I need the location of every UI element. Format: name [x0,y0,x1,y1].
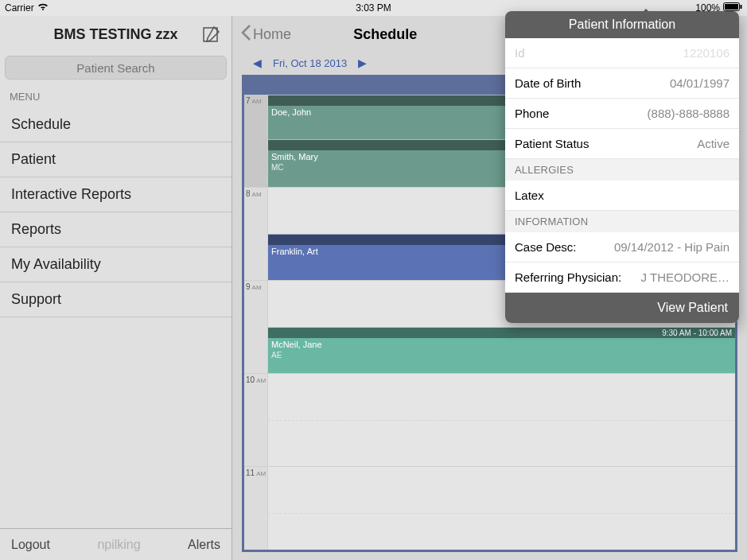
status-left: Carrier [5,2,251,14]
date-next-icon[interactable]: ▶ [353,56,372,69]
pop-value-ref: J THEODORE… [641,270,729,284]
sidebar-item-my-availability[interactable]: My Availability [0,247,231,282]
search-input[interactable] [5,56,227,80]
sidebar-footer: Logout npilking Alerts [0,528,231,560]
svg-rect-1 [725,4,738,10]
sidebar-item-reports[interactable]: Reports [0,212,231,247]
event-time: 9:30 AM - 10:00 AM [662,329,732,337]
logout-button[interactable]: Logout [11,538,50,552]
pop-value-status: Active [697,137,729,150]
menu-label: MENU [0,83,231,107]
sidebar-title: BMS TESTING zzx [53,26,177,43]
sidebar: BMS TESTING zzx MENU Schedule Patient In… [0,16,232,560]
hour-label-8: 8AM [244,188,268,280]
pop-label-ref: Referring Physician: [515,270,621,284]
sidebar-item-support[interactable]: Support [0,282,231,317]
pop-label-case: Case Desc: [515,240,577,254]
pop-value-id: 1220106 [683,46,729,60]
pop-row-case: Case Desc: 09/14/2012 - Hip Pain [505,232,739,262]
hour-label-9: 9AM [244,281,268,373]
sidebar-item-interactive-reports[interactable]: Interactive Reports [0,177,231,212]
pop-row-status: Patient Status Active [505,129,739,159]
alerts-button[interactable]: Alerts [188,538,220,552]
search-wrapper [0,52,231,83]
hour-row-10: 10AM [244,374,735,467]
pop-label-id: Id [515,46,525,60]
status-time: 3:03 PM [251,2,496,14]
sidebar-item-patient[interactable]: Patient [0,142,231,177]
carrier-text: Carrier [5,2,34,14]
sidebar-header: BMS TESTING zzx [0,16,231,52]
patient-info-popover: Patient Information Id 1220106 Date of B… [505,11,739,323]
hour-label-11: 11AM [244,467,268,550]
pop-label-dob: Date of Birth [515,76,581,90]
pop-row-ref: Referring Physician: J THEODORE… [505,262,739,293]
main: Home Schedule Jane McNeil (04/01/1997) ◀… [232,16,747,560]
pop-label-status: Patient Status [515,137,589,150]
date-label: Fri, Oct 18 2013 [273,57,347,69]
view-patient-button[interactable]: View Patient [505,293,739,323]
hour-label-7: 7AM [244,95,268,187]
wifi-icon [37,2,49,14]
hour-row-11: 11AM [244,467,735,550]
pop-row-phone: Phone (888)-888-8888 [505,99,739,129]
pop-value-dob: 04/01/1997 [670,76,729,90]
event-name: McNeil, Jane [271,340,732,349]
hour-label-10: 10AM [244,374,268,466]
date-prev-icon[interactable]: ◀ [248,56,267,69]
event-sub: AE [271,351,732,360]
sidebar-item-schedule[interactable]: Schedule [0,107,231,142]
popover-title: Patient Information [505,11,739,38]
pop-row-dob: Date of Birth 04/01/1997 [505,68,739,99]
svg-rect-2 [741,5,742,9]
footer-user: npilking [50,538,188,552]
event-mcneil-jane[interactable]: 9:30 AM - 10:00 AM McNeil, Jane AE [268,327,735,373]
pop-section-allergies: ALLERGIES [505,159,739,181]
pop-row-id: Id 1220106 [505,38,739,68]
pop-label-phone: Phone [515,107,549,120]
pop-allergy-latex: Latex [505,181,739,211]
pop-value-phone: (888)-888-8888 [648,107,729,120]
pop-section-information: INFORMATION [505,211,739,232]
pop-value-case: 09/14/2012 - Hip Pain [614,240,729,254]
